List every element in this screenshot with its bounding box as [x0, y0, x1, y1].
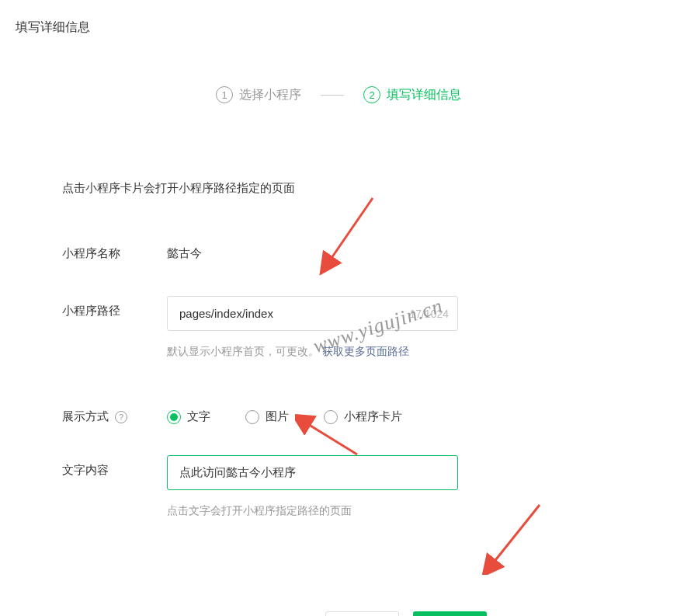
app-name-value: 懿古今 — [167, 238, 202, 261]
radio-icon — [324, 410, 338, 424]
app-path-hint: 默认显示小程序首页，可更改。 获取更多页面路径 — [167, 345, 615, 359]
radio-text[interactable]: 文字 — [167, 409, 210, 424]
step-1: 1 选择小程序 — [216, 86, 301, 103]
radio-image-label: 图片 — [266, 409, 289, 424]
char-count: 17/1024 — [409, 308, 449, 320]
help-icon[interactable]: ? — [115, 411, 127, 423]
radio-text-label: 文字 — [187, 409, 210, 424]
app-name-row: 小程序名称 懿古今 — [62, 238, 615, 261]
radio-icon — [245, 410, 259, 424]
step-1-number: 1 — [216, 86, 233, 103]
step-divider — [321, 95, 344, 96]
prev-button[interactable]: 上一步 — [325, 611, 399, 616]
step-indicator: 1 选择小程序 2 填写详细信息 — [0, 86, 677, 103]
display-mode-radio-group: 文字 图片 小程序卡片 — [167, 402, 402, 424]
get-more-paths-link[interactable]: 获取更多页面路径 — [322, 345, 409, 357]
description-text: 点击小程序卡片会打开小程序路径指定的页面 — [62, 181, 615, 196]
text-content-label: 文字内容 — [62, 455, 167, 478]
radio-card[interactable]: 小程序卡片 — [324, 409, 402, 424]
radio-icon — [167, 410, 181, 424]
confirm-button[interactable]: 确定 — [413, 611, 487, 616]
text-content-input[interactable] — [167, 455, 458, 490]
app-name-label: 小程序名称 — [62, 238, 167, 261]
page-title: 填写详细信息 — [0, 0, 677, 55]
display-mode-label: 展示方式 ? — [62, 402, 167, 424]
text-content-row: 文字内容 点击文字会打开小程序指定路径的页面 — [62, 455, 615, 518]
text-content-hint: 点击文字会打开小程序指定路径的页面 — [167, 504, 615, 518]
app-path-row: 小程序路径 17/1024 默认显示小程序首页，可更改。 获取更多页面路径 — [62, 296, 615, 359]
display-mode-row: 展示方式 ? 文字 图片 小程序卡片 — [62, 402, 615, 424]
app-path-label: 小程序路径 — [62, 296, 167, 318]
step-2-number: 2 — [363, 86, 380, 103]
step-2: 2 填写详细信息 — [363, 86, 461, 103]
radio-card-label: 小程序卡片 — [344, 409, 402, 424]
radio-image[interactable]: 图片 — [245, 409, 289, 424]
step-1-label: 选择小程序 — [239, 87, 301, 103]
step-2-label: 填写详细信息 — [387, 87, 461, 103]
